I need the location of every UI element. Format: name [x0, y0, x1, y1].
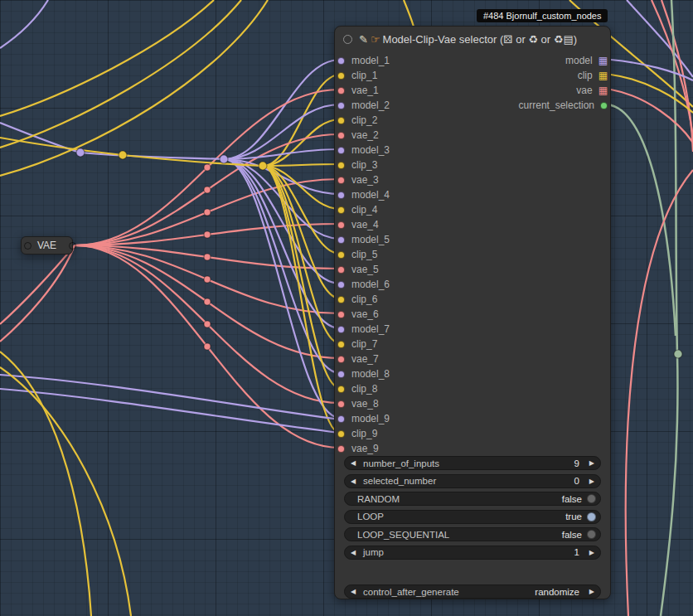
stepper-decrement-icon[interactable]: ◀: [351, 459, 361, 467]
clip-input-port[interactable]: [337, 386, 345, 393]
input-row: vae_7: [335, 352, 610, 366]
wire-reroute-dot[interactable]: [674, 350, 682, 358]
stepper-decrement-icon[interactable]: ◀: [351, 549, 361, 556]
model-input-port[interactable]: [337, 415, 345, 423]
widget-selected-number[interactable]: ◀selected_number0▶: [344, 474, 601, 488]
input-label: clip_2: [351, 114, 377, 126]
vae-input-port[interactable]: [337, 311, 345, 318]
input-label: model_4: [351, 189, 390, 201]
input-row: model_6: [335, 277, 610, 292]
clip-input-port[interactable]: [337, 117, 345, 124]
input-label: model_2: [351, 99, 390, 111]
wire-reroute-dot[interactable]: [204, 321, 211, 327]
model-input-port[interactable]: [337, 102, 345, 109]
input-row: vae_4: [335, 217, 610, 232]
input-label: model_9: [351, 413, 390, 424]
model-input-port[interactable]: [337, 147, 345, 154]
wire-reroute-dot[interactable]: [204, 276, 211, 283]
clip-input-port[interactable]: [337, 296, 345, 303]
vae-input-port[interactable]: [337, 177, 345, 184]
wire-reroute-dot[interactable]: [259, 162, 267, 170]
clip-input-port[interactable]: [337, 72, 345, 80]
stepper-increment-icon[interactable]: ▶: [584, 478, 594, 485]
model-input-port[interactable]: [337, 192, 345, 199]
wire: [0, 245, 75, 324]
stepper-decrement-icon[interactable]: ◀: [351, 588, 361, 595]
node-editor-canvas[interactable]: #484 Bjornulf_custom_nodes ✎ ☞ Model-Cli…: [0, 0, 693, 616]
input-label: clip_8: [351, 383, 377, 395]
input-row: vae_8: [335, 396, 610, 411]
vae-input-port[interactable]: [337, 221, 345, 229]
model-input-port[interactable]: [337, 326, 345, 333]
stepper-decrement-icon[interactable]: ◀: [351, 478, 361, 485]
input-label: clip_7: [351, 338, 377, 350]
wire-reroute-dot[interactable]: [76, 148, 85, 157]
widget-random[interactable]: RANDOMfalse: [344, 492, 601, 506]
collapse-dot-icon[interactable]: [343, 35, 352, 44]
input-label: vae_4: [351, 219, 379, 230]
vae-input-port[interactable]: [337, 356, 345, 363]
toggle-knob[interactable]: [587, 494, 596, 503]
grid-port-icon[interactable]: ▦: [598, 56, 608, 65]
vae-input-port[interactable]: [337, 87, 345, 95]
wire-reroute-dot[interactable]: [204, 187, 211, 193]
widget-value: 1: [574, 547, 579, 557]
model-input-port[interactable]: [337, 371, 345, 378]
clip-input-port[interactable]: [337, 162, 345, 169]
grid-port-icon[interactable]: ▦: [598, 85, 608, 95]
clip-input-port[interactable]: [337, 206, 345, 214]
vae-node[interactable]: VAE: [21, 236, 73, 255]
widget-label: LOOP: [357, 512, 384, 521]
selection-output-port[interactable]: [600, 102, 608, 109]
grid-port-icon[interactable]: ▦: [598, 70, 608, 80]
input-row: vae_6: [335, 307, 610, 322]
vae-input-port[interactable]: [337, 445, 345, 453]
widget-value: 0: [574, 476, 579, 486]
widget-jump[interactable]: ◀jump1▶: [344, 546, 601, 560]
widget-control-after-generate[interactable]: ◀control_after_generaterandomize▶: [344, 584, 601, 599]
wire-reroute-dot[interactable]: [204, 298, 211, 305]
widget-loop-sequential[interactable]: LOOP_SEQUENTIALfalse: [344, 527, 601, 541]
model-input-port[interactable]: [337, 57, 345, 65]
vae-input-port[interactable]: [337, 132, 345, 139]
widget-loop[interactable]: LOOPtrue: [344, 510, 601, 524]
toggle-knob[interactable]: [587, 530, 596, 539]
vae-input-port[interactable]: [337, 266, 345, 274]
vae-input-port[interactable]: [24, 242, 32, 250]
output-row: current_selection: [519, 98, 610, 113]
stepper-increment-icon[interactable]: ▶: [584, 588, 594, 595]
clip-input-port[interactable]: [337, 251, 345, 259]
wire-reroute-dot[interactable]: [204, 231, 211, 238]
input-label: vae_3: [351, 174, 379, 186]
input-label: model_7: [351, 323, 390, 335]
vae-input-port[interactable]: [337, 400, 345, 408]
wire-reroute-dot[interactable]: [204, 209, 211, 216]
clip-input-port[interactable]: [337, 430, 345, 438]
input-row: clip_7: [335, 337, 610, 352]
wire: [263, 119, 340, 166]
wire-reroute-dot[interactable]: [220, 155, 228, 163]
node-titlebar[interactable]: ✎ ☞ Model-Clip-Vae selector (⚄ or ♻ or ♻…: [335, 27, 610, 51]
input-label: vae_5: [351, 264, 379, 275]
clip-input-port[interactable]: [337, 341, 345, 348]
input-row: vae_5: [335, 262, 610, 277]
model-input-port[interactable]: [337, 236, 345, 244]
input-label: clip_9: [351, 428, 377, 439]
output-label: vae: [576, 85, 592, 96]
wire-reroute-dot[interactable]: [204, 343, 211, 350]
widget-value: randomize: [535, 587, 579, 597]
selector-node[interactable]: ✎ ☞ Model-Clip-Vae selector (⚄ or ♻ or ♻…: [334, 26, 611, 599]
wire-reroute-dot[interactable]: [204, 254, 211, 260]
input-row: vae_1: [335, 83, 610, 98]
wire-reroute-dot[interactable]: [204, 164, 211, 171]
wire-reroute-dot[interactable]: [119, 151, 127, 159]
model-input-port[interactable]: [337, 281, 345, 289]
vae-output-port[interactable]: [69, 242, 76, 250]
wire: [611, 90, 693, 143]
stepper-increment-icon[interactable]: ▶: [584, 549, 594, 556]
input-label: clip_4: [351, 204, 377, 216]
stepper-increment-icon[interactable]: ▶: [584, 459, 594, 467]
toggle-knob[interactable]: [587, 512, 596, 521]
widget-value: 9: [574, 458, 579, 468]
widget-number-of-inputs[interactable]: ◀number_of_inputs9▶: [344, 456, 601, 470]
